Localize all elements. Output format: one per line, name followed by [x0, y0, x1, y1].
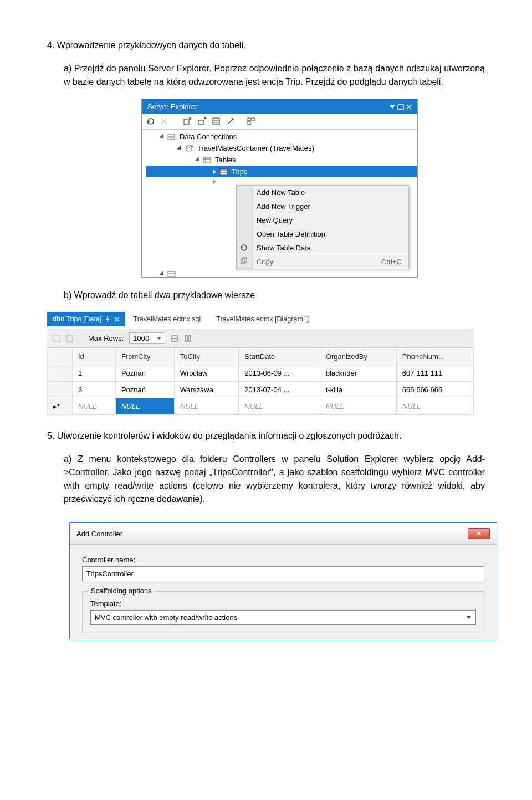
expand-icon[interactable] [159, 134, 165, 140]
close-button[interactable]: ✕ [468, 528, 490, 539]
expand-icon[interactable] [213, 169, 216, 175]
cell-null[interactable]: NULL [174, 398, 239, 415]
svg-rect-1 [184, 119, 189, 125]
tree-trips[interactable]: Trips [146, 166, 417, 177]
save-icon[interactable] [53, 335, 60, 342]
col-fromcity[interactable]: FromCity [115, 348, 174, 365]
controller-name-input[interactable]: TripsController [82, 566, 484, 581]
close-icon[interactable] [406, 104, 412, 110]
script-icon[interactable] [66, 335, 74, 342]
data-grid: Id FromCity ToCity StartDate OrganizedBy… [47, 348, 474, 415]
col-startdate[interactable]: StartDate [239, 348, 320, 365]
add-server-icon[interactable] [183, 117, 192, 126]
scaffolding-group: Scaffolding options Template: MVC contro… [82, 591, 484, 633]
connect-icon[interactable] [226, 117, 235, 126]
row-selector-new[interactable]: ▸* [48, 398, 73, 415]
section-5-heading: 5. Utworzenie kontrolerów i widoków do p… [47, 429, 485, 443]
cell[interactable]: 1 [73, 365, 116, 382]
tab-inactive[interactable]: TravelMates.edmx [Diagram1] [208, 312, 316, 326]
svg-rect-2 [198, 120, 203, 125]
properties-icon[interactable] [212, 117, 221, 126]
controller-name-label: Controller name: [82, 556, 484, 564]
expand-icon[interactable] [213, 179, 216, 184]
row-selector[interactable] [48, 382, 73, 398]
cell-null[interactable]: NULL [396, 398, 473, 415]
svg-rect-8 [248, 122, 250, 125]
stop-icon[interactable] [161, 118, 167, 125]
tree-data-connections[interactable]: Data Connections [146, 131, 417, 142]
svg-point-11 [186, 145, 192, 147]
step-5a: a) Z menu kontekstowego dla folderu Cont… [64, 453, 485, 506]
col-tocity[interactable]: ToCity [174, 348, 239, 365]
window-icon[interactable] [397, 104, 404, 110]
cell-null[interactable]: NULL [320, 398, 396, 415]
ctx-copy[interactable]: CopyCtrl+C [237, 255, 408, 269]
table-row-new[interactable]: ▸* NULL NULL NULL NULL NULL NULL [48, 398, 474, 415]
ctx-show-data[interactable]: Show Table Data [237, 241, 408, 255]
svg-rect-12 [203, 157, 211, 163]
cell-null[interactable]: NULL [73, 398, 116, 415]
svg-rect-3 [213, 118, 219, 125]
cell[interactable]: Poznań [115, 365, 174, 382]
close-icon[interactable] [115, 317, 120, 322]
template-dropdown[interactable]: MVC controller with empty read/write act… [90, 610, 476, 625]
tool-icon[interactable] [171, 335, 178, 342]
cell[interactable]: 607 111 111 [396, 365, 473, 382]
refresh-icon [239, 243, 248, 252]
cell[interactable]: t-killa [320, 382, 396, 398]
cell[interactable]: 2013-07-04 ... [239, 382, 320, 398]
server-icon [167, 133, 176, 141]
svg-rect-10 [168, 137, 175, 140]
tool-icon[interactable] [184, 335, 192, 342]
tab-inactive[interactable]: TravelMates.edmx.sql [125, 312, 208, 326]
cell[interactable]: Poznań [115, 382, 174, 398]
tab-active[interactable]: dbo.Trips [Data] [47, 312, 125, 326]
svg-rect-27 [188, 336, 191, 341]
svg-rect-6 [248, 118, 250, 121]
dropdown-icon[interactable] [390, 104, 395, 110]
maxrows-dropdown[interactable]: 1000 [129, 332, 165, 344]
svg-rect-20 [168, 271, 175, 276]
col-phonenum[interactable]: PhoneNum... [396, 348, 473, 365]
col-organizedby[interactable]: OrganizedBy [320, 348, 396, 365]
ctx-open-definition[interactable]: Open Table Definition [237, 227, 408, 241]
expand-icon[interactable] [177, 145, 183, 151]
ctx-new-query[interactable]: New Query [237, 213, 408, 227]
maxrows-label: Max Rows: [88, 334, 124, 342]
expand-icon[interactable] [195, 157, 201, 163]
table-icon [219, 168, 228, 175]
row-selector[interactable] [48, 365, 73, 382]
cell[interactable]: 666 666 666 [396, 382, 473, 398]
add-connection-icon[interactable] [197, 117, 206, 126]
cell-null[interactable]: NULL [239, 398, 320, 415]
cell[interactable]: 2013-06-09 ... [239, 365, 320, 382]
folder-tables-icon [203, 157, 212, 163]
svg-rect-22 [53, 335, 60, 342]
table-row[interactable]: 3 Poznań Warszawa 2013-07-04 ... t-killa… [48, 382, 474, 398]
tab-label: dbo.Trips [Data] [53, 315, 101, 323]
maxrows-value: 1000 [133, 334, 149, 342]
cell[interactable]: Wrocław [174, 365, 239, 382]
tree-label: Data Connections [180, 132, 237, 141]
add-controller-dialog: Add Controller ✕ Controller name: TripsC… [69, 522, 497, 639]
grouping-icon[interactable] [247, 117, 255, 126]
cell-null-selected[interactable]: NULL [115, 398, 174, 415]
ctx-add-trigger[interactable]: Add New Trigger [237, 199, 408, 213]
table-row[interactable]: 1 Poznań Wrocław 2013-06-09 ... blackrid… [48, 365, 474, 382]
ctx-add-table[interactable]: Add New Table [237, 186, 408, 199]
pin-icon[interactable] [105, 316, 111, 322]
panel-titlebar: Server Explorer [142, 99, 417, 114]
tree-tables[interactable]: Tables [146, 154, 417, 166]
tree-connection[interactable]: TravelMatesContainer (TravelMates) [146, 142, 417, 154]
refresh-icon[interactable] [146, 117, 155, 126]
grid-toolbar: Max Rows: 1000 [47, 329, 474, 348]
step-4b: b) Wprowadź do tabeli dwa przykładowe wi… [64, 289, 485, 302]
expand-icon[interactable] [159, 271, 165, 277]
server-explorer-panel: Server Explorer Data Connections [141, 99, 418, 278]
cell[interactable]: blackrider [320, 365, 396, 382]
step-4a: a) Przejdź do panelu Server Explorer. Po… [64, 62, 485, 89]
tree-label: Tables [215, 156, 236, 164]
cell[interactable]: Warszawa [174, 382, 239, 398]
col-id[interactable]: Id [73, 348, 116, 365]
cell[interactable]: 3 [73, 382, 116, 398]
